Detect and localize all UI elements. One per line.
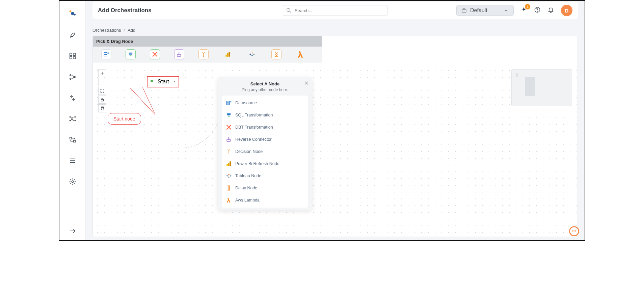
option-powerbi[interactable]: Power Bi Refresh Node <box>222 158 308 170</box>
page-title: Add Orchestrations <box>98 7 152 14</box>
svg-point-16 <box>72 181 74 183</box>
nav-collapse-icon[interactable] <box>68 226 77 236</box>
tool-lambda-icon[interactable] <box>296 49 306 59</box>
svg-rect-29 <box>225 55 227 57</box>
popup-title: Select A Node <box>222 81 308 86</box>
option-lambda[interactable]: Aws Lambda <box>222 194 308 206</box>
top-right-cluster: Default 2 D <box>456 5 572 16</box>
start-node-annotation: Start node <box>108 113 141 125</box>
svg-rect-2 <box>70 57 72 59</box>
option-delay[interactable]: Delay Node <box>222 182 308 194</box>
tool-dbt-icon[interactable] <box>150 49 160 59</box>
nav-dashboard-icon[interactable] <box>68 51 77 61</box>
tableau-icon <box>226 173 232 179</box>
help-icon[interactable] <box>534 6 541 15</box>
tool-delay-icon[interactable] <box>271 49 281 59</box>
tool-powerbi-icon[interactable] <box>223 49 233 59</box>
svg-point-8 <box>74 116 75 117</box>
svg-rect-12 <box>73 140 75 142</box>
nav-rocket-icon[interactable] <box>68 30 77 40</box>
svg-rect-33 <box>226 101 230 103</box>
node-output-port[interactable] <box>174 81 175 82</box>
lock-button[interactable] <box>98 96 106 104</box>
annotation-line <box>142 87 155 113</box>
mini-map[interactable] <box>511 69 572 106</box>
option-tableau[interactable]: Tableau Node <box>222 170 308 182</box>
workspace-dropdown[interactable]: Default <box>456 5 514 16</box>
connector-dashed <box>181 84 221 148</box>
svg-rect-37 <box>227 139 231 141</box>
breadcrumb: Orchestrations / Add <box>92 28 135 33</box>
ai-sparkle-icon[interactable]: 2 <box>520 6 527 15</box>
user-avatar[interactable]: D <box>561 5 572 16</box>
powerbi-icon <box>226 161 232 167</box>
start-node[interactable]: Start <box>147 76 179 87</box>
svg-point-24 <box>107 52 109 54</box>
node-option-list: Datasource SQL Transformation DBT Transf… <box>222 96 308 208</box>
option-decision[interactable]: Decision Node <box>222 145 308 158</box>
tool-sql-icon[interactable]: SQL <box>126 49 136 59</box>
svg-rect-0 <box>70 53 72 55</box>
chevron-down-icon <box>503 8 509 13</box>
reverse-icon <box>226 136 232 142</box>
delete-button[interactable] <box>98 104 106 112</box>
search-icon <box>286 7 292 15</box>
svg-rect-36 <box>227 113 231 115</box>
zoom-out-button[interactable]: − <box>98 78 106 86</box>
search-input[interactable] <box>283 5 387 16</box>
nav-transform-icon[interactable] <box>68 93 77 103</box>
lambda-icon <box>226 197 232 203</box>
nav-flow-icon[interactable] <box>68 114 77 124</box>
svg-rect-19 <box>462 9 466 12</box>
notification-badge: 2 <box>525 4 530 9</box>
zoom-in-button[interactable]: + <box>98 69 106 77</box>
annotation-line <box>130 87 155 115</box>
nav-pipeline-icon[interactable] <box>68 72 77 82</box>
svg-point-5 <box>70 78 71 80</box>
svg-text:SQL: SQL <box>129 53 132 54</box>
palette-row: SQL <box>93 47 322 62</box>
tool-datasource-icon[interactable] <box>101 49 111 59</box>
brand-logo <box>67 8 78 19</box>
delay-icon <box>226 185 232 191</box>
briefcase-icon <box>461 8 467 13</box>
svg-point-21 <box>537 11 537 11</box>
svg-rect-34 <box>226 103 230 105</box>
flow-canvas[interactable]: + − Start Start node <box>93 64 578 237</box>
svg-rect-39 <box>228 163 230 166</box>
chat-widget-icon[interactable]: ••• <box>569 226 579 236</box>
left-sidebar <box>59 1 86 240</box>
top-bar: Add Orchestrations Default 2 D <box>92 2 578 19</box>
svg-rect-38 <box>226 164 228 166</box>
svg-point-17 <box>287 8 290 11</box>
tool-decision-icon[interactable] <box>198 49 209 59</box>
breadcrumb-root[interactable]: Orchestrations <box>92 28 121 33</box>
nav-list-icon[interactable] <box>68 156 77 165</box>
svg-point-35 <box>230 101 232 103</box>
start-node-label: Start <box>158 79 169 85</box>
tool-tableau-icon[interactable] <box>247 49 257 59</box>
svg-rect-23 <box>104 55 107 56</box>
breadcrumb-sep: / <box>124 28 125 33</box>
nav-settings-icon[interactable] <box>68 177 77 186</box>
option-datasource[interactable]: Datasource <box>222 97 308 109</box>
global-search <box>283 5 387 16</box>
dbt-icon <box>226 124 232 130</box>
content-area: Add Orchestrations Default 2 D <box>86 1 585 240</box>
palette-header: Pick & Drag Node <box>93 36 322 47</box>
zoom-controls: + − <box>98 69 106 112</box>
fit-view-button[interactable] <box>98 87 106 95</box>
app-frame: Add Orchestrations Default 2 D <box>59 0 585 241</box>
tool-reverse-icon[interactable] <box>174 49 184 59</box>
nav-sync-icon[interactable] <box>68 135 77 144</box>
svg-rect-11 <box>70 137 72 139</box>
option-dbt[interactable]: DBT Transformation <box>222 121 308 133</box>
sql-icon <box>226 112 232 118</box>
bell-icon[interactable] <box>547 6 554 15</box>
svg-rect-30 <box>227 53 229 57</box>
close-icon[interactable] <box>304 81 309 87</box>
option-sql[interactable]: SQL Transformation <box>222 109 308 121</box>
flag-icon <box>150 79 155 84</box>
option-reverse[interactable]: Reverse Connector <box>222 133 308 145</box>
svg-rect-40 <box>230 161 231 166</box>
